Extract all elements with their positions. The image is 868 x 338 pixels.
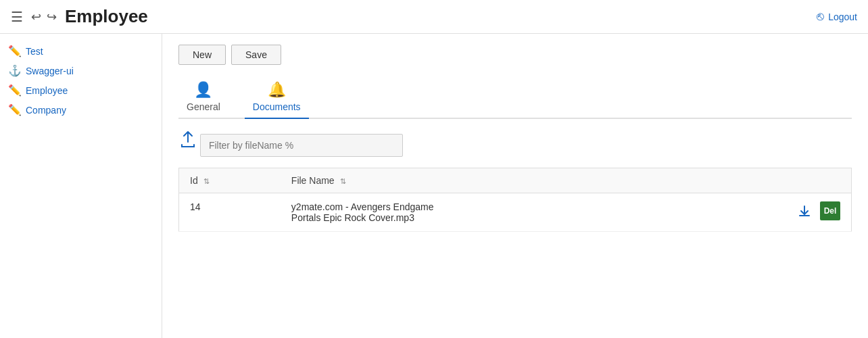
sort-id-icon: ⇅ xyxy=(203,177,210,186)
save-button[interactable]: Save xyxy=(231,45,281,65)
sidebar-item-company[interactable]: ✏️ Company xyxy=(8,103,153,116)
tab-documents[interactable]: 🔔 Documents xyxy=(245,76,309,119)
tabs: 👤 General 🔔 Documents xyxy=(178,76,852,119)
sidebar-item-label-test: Test xyxy=(26,46,43,57)
bell-icon: 🔔 xyxy=(268,81,286,99)
sidebar-item-swagger[interactable]: ⚓ Swagger-ui xyxy=(8,64,153,77)
header: ☰ ↩ ↪ Employee ⎋ Logout xyxy=(0,0,868,34)
cell-actions: Del xyxy=(684,193,851,232)
sort-filename-icon: ⇅ xyxy=(340,177,346,186)
sidebar: ✏️ Test ⚓ Swagger-ui ✏️ Employee ✏️ Comp… xyxy=(0,34,162,338)
table-row: 14 y2mate.com - Avengers Endgame Portals… xyxy=(179,193,852,232)
download-button[interactable] xyxy=(794,201,815,220)
layout: ✏️ Test ⚓ Swagger-ui ✏️ Employee ✏️ Comp… xyxy=(0,34,868,338)
cell-filename: y2mate.com - Avengers Endgame Portals Ep… xyxy=(281,193,684,232)
logout-icon: ⎋ xyxy=(817,9,824,24)
filename-line1: y2mate.com - Avengers Endgame xyxy=(291,201,673,212)
column-header-actions xyxy=(684,168,851,193)
menu-icon[interactable]: ☰ xyxy=(11,9,23,25)
logout-button[interactable]: ⎋ Logout xyxy=(817,9,857,24)
column-header-id[interactable]: Id ⇅ xyxy=(179,168,281,193)
page-title: Employee xyxy=(65,6,817,27)
cell-id: 14 xyxy=(179,193,281,232)
column-id-label: Id xyxy=(190,175,198,186)
anchor-icon: ⚓ xyxy=(8,64,22,77)
toolbar: New Save xyxy=(178,45,852,65)
tab-general-label: General xyxy=(187,101,220,112)
upload-button[interactable] xyxy=(178,130,197,153)
back-icon[interactable]: ↩ xyxy=(31,9,41,24)
tab-documents-label: Documents xyxy=(253,101,301,112)
edit-icon-test: ✏️ xyxy=(8,45,22,57)
documents-table: Id ⇅ File Name ⇅ 14 y2mate.com - Avenger… xyxy=(178,168,852,232)
edit-icon-employee: ✏️ xyxy=(8,84,22,97)
person-icon: 👤 xyxy=(194,81,212,99)
column-filename-label: File Name xyxy=(291,175,335,186)
edit-icon-company: ✏️ xyxy=(8,103,22,116)
main-content: New Save 👤 General 🔔 Documents xyxy=(162,34,868,338)
tab-general[interactable]: 👤 General xyxy=(178,76,228,119)
sidebar-item-label-company: Company xyxy=(26,105,66,116)
delete-button[interactable]: Del xyxy=(820,201,840,220)
new-button[interactable]: New xyxy=(178,45,226,65)
sidebar-item-test[interactable]: ✏️ Test xyxy=(8,45,153,57)
filename-line2: Portals Epic Rock Cover.mp3 xyxy=(291,212,673,223)
logout-label: Logout xyxy=(828,11,857,22)
filter-input[interactable] xyxy=(200,134,403,157)
sidebar-item-label-employee: Employee xyxy=(26,85,68,96)
forward-icon[interactable]: ↪ xyxy=(47,9,57,24)
action-icons: Del xyxy=(695,201,840,220)
sidebar-item-employee[interactable]: ✏️ Employee xyxy=(8,84,153,97)
sidebar-item-label-swagger: Swagger-ui xyxy=(26,66,74,76)
column-header-filename[interactable]: File Name ⇅ xyxy=(281,168,684,193)
